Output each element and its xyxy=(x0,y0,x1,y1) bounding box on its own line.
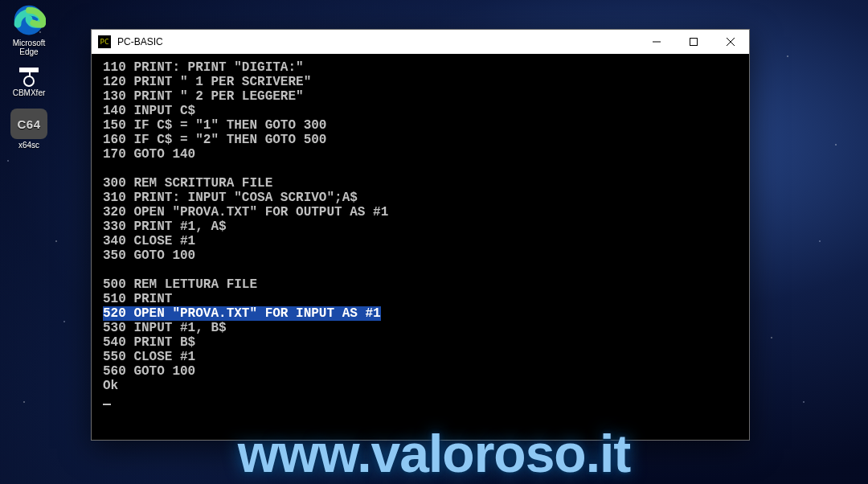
minimize-icon xyxy=(653,38,661,46)
desktop-icon-x64sc[interactable]: C64 x64sc xyxy=(2,109,55,150)
window-controls xyxy=(638,30,749,54)
maximize-button[interactable] xyxy=(675,30,712,54)
code-line: 170 GOTO 140 xyxy=(103,147,738,162)
code-line: 160 IF C$ = "2" THEN GOTO 500 xyxy=(103,133,738,147)
pc-basic-window: PC PC-BASIC 110 PRINT: PRINT "DIGITA:"12… xyxy=(91,29,750,441)
terminal[interactable]: 110 PRINT: PRINT "DIGITA:"120 PRINT " 1 … xyxy=(92,54,749,440)
cursor xyxy=(103,404,111,405)
code-line: 500 REM LETTURA FILE xyxy=(103,277,738,292)
code-line: 320 OPEN "PROVA.TXT" FOR OUTPUT AS #1 xyxy=(103,205,738,219)
desktop-icon-cbmxfer[interactable]: CBMXfer xyxy=(2,68,55,97)
close-button[interactable] xyxy=(712,30,749,54)
code-line: 540 PRINT B$ xyxy=(103,335,738,350)
svg-rect-2 xyxy=(690,39,698,46)
code-line: 310 PRINT: INPUT "COSA SCRIVO";A$ xyxy=(103,191,738,205)
app-icon: PC xyxy=(98,35,111,48)
code-line: 330 PRINT #1, A$ xyxy=(103,219,738,234)
titlebar[interactable]: PC PC-BASIC xyxy=(92,30,749,54)
desktop-icon-label: x64sc xyxy=(18,141,39,150)
code-line: 130 PRINT " 2 PER LEGGERE" xyxy=(103,89,738,104)
close-icon xyxy=(727,38,735,46)
code-line: 150 IF C$ = "1" THEN GOTO 300 xyxy=(103,118,738,133)
code-line xyxy=(103,162,738,176)
code-line: 140 INPUT C$ xyxy=(103,104,738,118)
minimize-button[interactable] xyxy=(638,30,675,54)
code-line: 510 PRINT xyxy=(103,292,738,306)
desktop-icon-edge[interactable]: Microsoft Edge xyxy=(2,3,55,56)
c64-icon: C64 xyxy=(10,109,47,139)
code-line: 300 REM SCRITTURA FILE xyxy=(103,176,738,191)
code-line: 350 GOTO 100 xyxy=(103,248,738,263)
window-title: PC-BASIC xyxy=(117,36,638,47)
cbmxfer-icon xyxy=(19,68,39,87)
maximize-icon xyxy=(690,38,698,46)
desktop-icons: Microsoft Edge CBMXfer C64 x64sc xyxy=(0,0,58,150)
prompt-line xyxy=(103,393,738,408)
code-line: Ok xyxy=(103,379,738,393)
code-line: 110 PRINT: PRINT "DIGITA:" xyxy=(103,60,738,75)
code-line: 530 INPUT #1, B$ xyxy=(103,321,738,335)
code-line: 520 OPEN "PROVA.TXT" FOR INPUT AS #1 xyxy=(103,306,738,321)
code-line xyxy=(103,263,738,277)
desktop-icon-label: CBMXfer xyxy=(13,88,46,97)
code-line: 560 GOTO 100 xyxy=(103,364,738,379)
code-line: 550 CLOSE #1 xyxy=(103,350,738,364)
desktop-icon-label: Microsoft Edge xyxy=(2,39,55,56)
code-line: 120 PRINT " 1 PER SCRIVERE" xyxy=(103,75,738,89)
desktop: Microsoft Edge CBMXfer C64 x64sc PC PC-B… xyxy=(0,0,868,484)
code-line: 340 CLOSE #1 xyxy=(103,234,738,248)
edge-icon xyxy=(12,3,46,37)
